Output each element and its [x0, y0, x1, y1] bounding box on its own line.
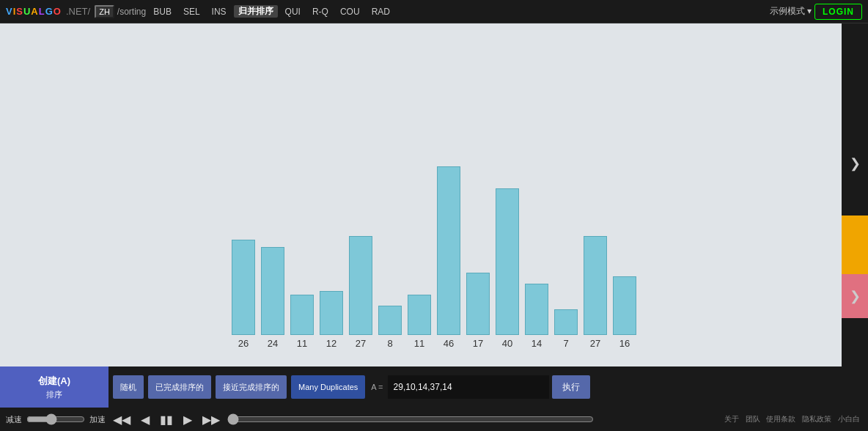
speed-slider[interactable] [26, 413, 85, 425]
bar-13 [613, 276, 636, 335]
right-chevron-top-icon[interactable]: ❯ [850, 155, 861, 172]
btn-random[interactable]: 随机 [113, 375, 144, 399]
create-title: 创建(A) [38, 375, 70, 388]
nav-item-rad[interactable]: RAD [367, 7, 394, 17]
skip-start-button[interactable]: ◀◀ [110, 413, 133, 427]
bar-3 [320, 291, 343, 335]
bar-label-1: 24 [268, 338, 278, 349]
step-back-button[interactable]: ◀ [138, 413, 152, 427]
right-chevron-bot-icon[interactable]: ❯ [850, 288, 861, 304]
play-pause-button[interactable]: ▮▮ [157, 413, 176, 427]
bar-label-6: 11 [414, 338, 424, 349]
bar-col-1: 24 [261, 247, 284, 349]
nav-item-rq[interactable]: R-Q [308, 7, 333, 17]
bar-10 [525, 284, 548, 335]
footer-user: 小白白 [838, 415, 860, 423]
viz-center: 26241112278114617401472716 [0, 23, 868, 366]
nav-item-ins[interactable]: INS [207, 7, 231, 17]
exec-button[interactable]: 执行 [552, 375, 590, 399]
btn-nearly-sorted[interactable]: 接近完成排序的 [216, 375, 287, 399]
bottom-main: 创建(A) 排序 随机 已完成排序的 接近完成排序的 Many Duplicat… [0, 366, 868, 408]
bar-label-11: 7 [563, 338, 568, 349]
bar-col-5: 8 [378, 306, 402, 349]
nav-sep: .NET/ [66, 6, 90, 17]
bottom-bar: 创建(A) 排序 随机 已完成排序的 接近完成排序的 Many Duplicat… [0, 366, 868, 431]
nav-path: /sorting [117, 7, 146, 17]
bar-label-9: 40 [502, 338, 512, 349]
bottom-main-inner: 随机 已完成排序的 接近完成排序的 Many Duplicates A = 执行 [108, 375, 868, 399]
viz-wrapper: ❮ 26241112278114617401472716 ❯ ❯ [0, 23, 868, 366]
bar-col-7: 46 [437, 166, 460, 349]
bar-11 [554, 309, 578, 335]
bar-9 [496, 188, 519, 335]
bar-col-8: 17 [466, 273, 490, 349]
nav-item-bub[interactable]: BUB [149, 7, 176, 17]
right-yellow-panel [842, 216, 868, 274]
bar-col-4: 27 [349, 236, 372, 349]
bar-label-8: 17 [473, 338, 483, 349]
nav-item-cou[interactable]: COU [336, 7, 364, 17]
login-button[interactable]: LOGIN [814, 4, 862, 20]
top-nav: VISUALGO .NET/ ZH /sorting BUB SEL INS 归… [0, 0, 868, 23]
bar-col-6: 11 [408, 295, 431, 349]
logo: VISUALGO [6, 6, 62, 17]
speed-min-label: 减速 [6, 414, 22, 425]
skip-end-button[interactable]: ▶▶ [199, 413, 223, 427]
bar-1 [261, 247, 284, 335]
bar-label-10: 14 [532, 338, 542, 349]
step-forward-button[interactable]: ▶ [180, 413, 195, 427]
bar-7 [437, 166, 460, 335]
bar-label-4: 27 [356, 338, 366, 349]
bar-col-12: 27 [584, 236, 607, 349]
bar-label-5: 8 [387, 338, 392, 349]
btn-sorted[interactable]: 已完成排序的 [148, 375, 211, 399]
bar-12 [584, 236, 607, 335]
bar-2 [290, 295, 314, 335]
footer-about[interactable]: 关于 [724, 415, 739, 423]
create-panel[interactable]: 创建(A) 排序 [0, 366, 108, 408]
nav-item-qui[interactable]: QUI [281, 7, 305, 17]
bar-col-9: 40 [496, 188, 519, 349]
bar-0 [232, 240, 255, 335]
footer-privacy[interactable]: 隐私政策 [802, 415, 831, 423]
bar-4 [349, 236, 372, 335]
example-mode-btn[interactable]: 示例模式 ▾ [770, 5, 812, 18]
bar-col-2: 11 [290, 295, 314, 349]
create-sub: 排序 [46, 389, 62, 400]
bar-label-3: 12 [326, 338, 336, 349]
speed-max-label: 加速 [89, 414, 106, 425]
nav-item-merge[interactable]: 归并排序 [234, 5, 278, 18]
footer-use-terms[interactable]: 使用条款 [766, 415, 795, 423]
arr-label: A = [371, 383, 383, 391]
bar-col-3: 12 [320, 291, 343, 349]
bar-col-11: 7 [554, 309, 578, 349]
bar-col-10: 14 [525, 284, 548, 349]
nav-item-sel[interactable]: SEL [179, 7, 205, 17]
lang-selector[interactable]: ZH [95, 5, 114, 18]
right-pink-panel: ❯ [842, 274, 868, 318]
bar-8 [466, 273, 490, 335]
bar-6 [408, 295, 431, 335]
bar-col-13: 16 [613, 276, 636, 349]
bottom-controls: 减速 加速 ◀◀ ◀ ▮▮ ▶ ▶▶ 关于 团队 使用条款 隐私政策 小白白 [0, 408, 868, 431]
bar-label-0: 26 [238, 338, 249, 349]
progress-slider[interactable] [227, 413, 594, 425]
btn-many-duplicates[interactable]: Many Duplicates [291, 375, 365, 399]
bar-label-12: 27 [590, 338, 600, 349]
bar-label-13: 16 [619, 338, 630, 349]
bar-5 [378, 306, 402, 335]
footer-links: 关于 团队 使用条款 隐私政策 小白白 [722, 414, 862, 424]
footer-team[interactable]: 团队 [746, 415, 760, 423]
bar-chart: 26241112278114617401472716 [232, 56, 636, 349]
bar-label-7: 46 [444, 338, 454, 349]
bar-label-2: 11 [297, 338, 307, 349]
bar-col-0: 26 [232, 240, 255, 349]
right-panel: ❯ ❯ [842, 23, 868, 366]
arr-input[interactable] [388, 375, 549, 399]
